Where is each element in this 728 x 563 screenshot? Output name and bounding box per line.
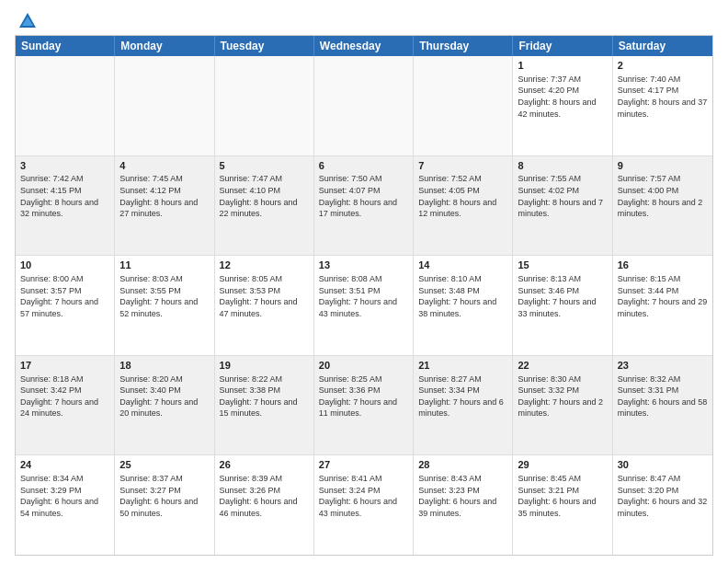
calendar-cell: 12Sunrise: 8:05 AMSunset: 3:53 PMDayligh… xyxy=(215,256,314,355)
calendar-cell xyxy=(115,56,214,155)
daylight-text: Daylight: 6 hours and 32 minutes. xyxy=(618,497,708,518)
sunset-text: Sunset: 3:20 PM xyxy=(618,486,679,495)
calendar-cell: 18Sunrise: 8:20 AMSunset: 3:40 PMDayligh… xyxy=(115,356,214,455)
sunset-text: Sunset: 4:20 PM xyxy=(518,86,579,95)
header-day-tuesday: Tuesday xyxy=(215,36,314,56)
sunrise-text: Sunrise: 8:34 AM xyxy=(20,474,84,483)
cell-daylight-info: Sunrise: 7:37 AMSunset: 4:20 PMDaylight:… xyxy=(518,74,607,120)
day-number: 19 xyxy=(220,359,309,373)
calendar-cell: 27Sunrise: 8:41 AMSunset: 3:24 PMDayligh… xyxy=(314,455,414,555)
calendar-cell: 2Sunrise: 7:40 AMSunset: 4:17 PMDaylight… xyxy=(613,56,712,155)
sunrise-text: Sunrise: 8:43 AM xyxy=(418,474,482,483)
sunset-text: Sunset: 4:12 PM xyxy=(119,186,181,195)
sunset-text: Sunset: 3:42 PM xyxy=(20,385,82,395)
calendar-row-2: 3Sunrise: 7:42 AMSunset: 4:15 PMDaylight… xyxy=(16,156,712,257)
calendar-cell: 19Sunrise: 8:22 AMSunset: 3:38 PMDayligh… xyxy=(215,356,314,455)
day-number: 6 xyxy=(319,159,408,173)
cell-daylight-info: Sunrise: 8:25 AMSunset: 3:36 PMDaylight:… xyxy=(319,373,408,419)
day-number: 20 xyxy=(319,359,408,373)
day-number: 11 xyxy=(119,259,209,272)
logo xyxy=(15,11,38,28)
page: SundayMondayTuesdayWednesdayThursdayFrid… xyxy=(0,0,728,563)
daylight-text: Daylight: 8 hours and 7 minutes. xyxy=(518,198,603,219)
calendar-cell xyxy=(314,56,414,155)
calendar-cell: 9Sunrise: 7:57 AMSunset: 4:00 PMDaylight… xyxy=(613,156,712,256)
sunrise-text: Sunrise: 7:47 AM xyxy=(220,174,283,183)
sunrise-text: Sunrise: 8:41 AM xyxy=(319,474,382,483)
sunset-text: Sunset: 4:17 PM xyxy=(618,86,679,95)
day-number: 27 xyxy=(319,458,408,472)
calendar-cell: 20Sunrise: 8:25 AMSunset: 3:36 PMDayligh… xyxy=(314,356,414,455)
sunrise-text: Sunrise: 8:47 AM xyxy=(618,474,681,483)
daylight-text: Daylight: 6 hours and 50 minutes. xyxy=(119,497,198,518)
daylight-text: Daylight: 8 hours and 22 minutes. xyxy=(220,198,298,219)
sunrise-text: Sunrise: 8:05 AM xyxy=(220,274,283,283)
cell-daylight-info: Sunrise: 7:45 AMSunset: 4:12 PMDaylight:… xyxy=(119,173,209,219)
sunrise-text: Sunrise: 8:00 AM xyxy=(20,274,84,283)
sunset-text: Sunset: 3:51 PM xyxy=(319,286,381,295)
calendar-cell: 25Sunrise: 8:37 AMSunset: 3:27 PMDayligh… xyxy=(115,455,214,555)
day-number: 12 xyxy=(220,259,309,272)
day-number: 5 xyxy=(220,159,309,173)
daylight-text: Daylight: 7 hours and 15 minutes. xyxy=(220,397,298,419)
daylight-text: Daylight: 8 hours and 32 minutes. xyxy=(20,198,98,219)
sunset-text: Sunset: 3:57 PM xyxy=(20,286,82,295)
daylight-text: Daylight: 7 hours and 38 minutes. xyxy=(418,297,496,318)
sunrise-text: Sunrise: 8:03 AM xyxy=(119,274,183,283)
cell-daylight-info: Sunrise: 8:45 AMSunset: 3:21 PMDaylight:… xyxy=(518,473,607,519)
calendar-cell: 15Sunrise: 8:13 AMSunset: 3:46 PMDayligh… xyxy=(513,256,612,355)
daylight-text: Daylight: 7 hours and 6 minutes. xyxy=(418,397,504,419)
calendar-cell: 5Sunrise: 7:47 AMSunset: 4:10 PMDaylight… xyxy=(215,156,314,256)
header-day-friday: Friday xyxy=(513,36,612,56)
cell-daylight-info: Sunrise: 8:03 AMSunset: 3:55 PMDaylight:… xyxy=(119,273,209,319)
sunset-text: Sunset: 3:21 PM xyxy=(518,486,579,495)
sunrise-text: Sunrise: 7:45 AM xyxy=(119,174,183,183)
calendar-body: 1Sunrise: 7:37 AMSunset: 4:20 PMDaylight… xyxy=(16,56,712,555)
day-number: 15 xyxy=(518,259,607,272)
day-number: 22 xyxy=(518,359,607,373)
day-number: 8 xyxy=(518,159,607,173)
daylight-text: Daylight: 8 hours and 27 minutes. xyxy=(119,198,198,219)
cell-daylight-info: Sunrise: 8:41 AMSunset: 3:24 PMDaylight:… xyxy=(319,473,408,519)
sunrise-text: Sunrise: 8:32 AM xyxy=(618,374,681,384)
sunrise-text: Sunrise: 7:37 AM xyxy=(518,75,581,84)
cell-daylight-info: Sunrise: 8:27 AMSunset: 3:34 PMDaylight:… xyxy=(418,373,507,419)
sunrise-text: Sunrise: 8:08 AM xyxy=(319,274,382,283)
day-number: 24 xyxy=(20,458,109,472)
day-number: 25 xyxy=(119,458,209,472)
day-number: 2 xyxy=(618,59,708,73)
calendar-cell: 22Sunrise: 8:30 AMSunset: 3:32 PMDayligh… xyxy=(513,356,612,455)
day-number: 17 xyxy=(20,359,109,373)
sunrise-text: Sunrise: 8:45 AM xyxy=(518,474,581,483)
calendar-cell: 21Sunrise: 8:27 AMSunset: 3:34 PMDayligh… xyxy=(414,356,513,455)
sunset-text: Sunset: 4:02 PM xyxy=(518,186,579,195)
calendar-row-1: 1Sunrise: 7:37 AMSunset: 4:20 PMDaylight… xyxy=(16,56,712,156)
header-day-wednesday: Wednesday xyxy=(314,36,414,56)
calendar-cell: 6Sunrise: 7:50 AMSunset: 4:07 PMDaylight… xyxy=(314,156,414,256)
calendar-cell: 4Sunrise: 7:45 AMSunset: 4:12 PMDaylight… xyxy=(115,156,214,256)
calendar-cell: 7Sunrise: 7:52 AMSunset: 4:05 PMDaylight… xyxy=(414,156,513,256)
sunrise-text: Sunrise: 8:10 AM xyxy=(418,274,482,283)
header-day-sunday: Sunday xyxy=(16,36,115,56)
sunset-text: Sunset: 4:05 PM xyxy=(418,186,480,195)
sunrise-text: Sunrise: 7:42 AM xyxy=(20,174,84,183)
calendar-cell: 8Sunrise: 7:55 AMSunset: 4:02 PMDaylight… xyxy=(513,156,612,256)
calendar-cell: 26Sunrise: 8:39 AMSunset: 3:26 PMDayligh… xyxy=(215,455,314,555)
calendar-cell xyxy=(16,56,115,155)
calendar-cell: 13Sunrise: 8:08 AMSunset: 3:51 PMDayligh… xyxy=(314,256,414,355)
sunrise-text: Sunrise: 8:18 AM xyxy=(20,374,84,384)
sunrise-text: Sunrise: 8:15 AM xyxy=(618,274,681,283)
day-number: 30 xyxy=(618,458,708,472)
cell-daylight-info: Sunrise: 8:13 AMSunset: 3:46 PMDaylight:… xyxy=(518,273,607,319)
sunrise-text: Sunrise: 7:52 AM xyxy=(418,174,482,183)
calendar-row-3: 10Sunrise: 8:00 AMSunset: 3:57 PMDayligh… xyxy=(16,256,712,356)
calendar-cell: 29Sunrise: 8:45 AMSunset: 3:21 PMDayligh… xyxy=(513,455,612,555)
sunset-text: Sunset: 3:23 PM xyxy=(418,486,480,495)
calendar-row-5: 24Sunrise: 8:34 AMSunset: 3:29 PMDayligh… xyxy=(16,455,712,555)
calendar-cell: 14Sunrise: 8:10 AMSunset: 3:48 PMDayligh… xyxy=(414,256,513,355)
sunrise-text: Sunrise: 8:37 AM xyxy=(119,474,183,483)
cell-daylight-info: Sunrise: 8:22 AMSunset: 3:38 PMDaylight:… xyxy=(220,373,309,419)
daylight-text: Daylight: 8 hours and 2 minutes. xyxy=(618,198,703,219)
cell-daylight-info: Sunrise: 8:15 AMSunset: 3:44 PMDaylight:… xyxy=(618,273,708,319)
daylight-text: Daylight: 8 hours and 42 minutes. xyxy=(518,98,596,119)
